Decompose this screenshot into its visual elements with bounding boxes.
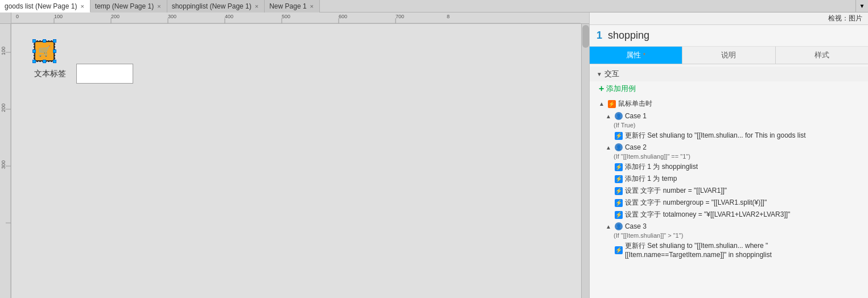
tab-shoppinglist-close[interactable]: × xyxy=(254,3,260,10)
tab-style[interactable]: 样式 xyxy=(776,47,868,64)
tab-temp-close[interactable]: × xyxy=(156,3,162,10)
tab-properties[interactable]: 属性 * xyxy=(590,47,682,64)
case-2-action-1-text: 添加行 1 为 shoppinglist xyxy=(625,162,698,172)
widget-icon-wrapper[interactable]: 🛒 xyxy=(34,41,55,61)
tab-temp-label: temp (New Page 1) xyxy=(95,2,154,10)
case-3-header[interactable]: ▲ 👤 Case 3 xyxy=(599,221,868,232)
case-1-action-1[interactable]: ⚡ 更新行 Set shuliang to "[[Item.shulian...… xyxy=(599,130,868,142)
handle-bc[interactable] xyxy=(43,60,46,63)
case-2-action-4-text: 设置 文字于 numbergroup = "[[LVAR1.split(¥)]]… xyxy=(625,198,767,208)
right-panel: 检视：图片 1 shopping 属性 * 说明 样式 ▼ 交互 xyxy=(589,13,868,298)
ruler-v-200: 200 xyxy=(1,104,6,112)
ruler-tick-400: 400 xyxy=(225,14,233,19)
case-2-action-5[interactable]: ⚡ 设置 文字于 totalmoney = "¥[[LVAR1+LVAR2+LV… xyxy=(599,209,868,221)
case-2-action-1[interactable]: ⚡ 添加行 1 为 shoppinglist xyxy=(599,161,868,173)
ruler-tick-200: 200 xyxy=(111,14,120,19)
tab-goods-list-close[interactable]: × xyxy=(79,3,85,10)
canvas-area: 0 100 200 300 400 500 600 700 8 xyxy=(0,13,589,298)
action-icon-2-1: ⚡ xyxy=(615,163,623,171)
widget-container[interactable]: 🛒 xyxy=(34,41,133,84)
ruler-tick-300: 300 xyxy=(168,14,176,19)
handle-tl[interactable] xyxy=(32,39,36,43)
case-2-icon-symbol: 👤 xyxy=(616,145,622,150)
handle-tc[interactable] xyxy=(43,39,46,43)
handle-tr[interactable] xyxy=(53,39,56,43)
case-2-label: Case 2 xyxy=(625,143,647,151)
tab-description-label: 说明 xyxy=(721,51,736,59)
page-name: shopping xyxy=(608,30,649,42)
canvas-content[interactable]: 🛒 xyxy=(11,24,581,298)
scrollbar-thumb[interactable] xyxy=(582,25,589,48)
tab-bar: goods list (New Page 1) × temp (New Page… xyxy=(0,0,868,13)
page-number: 1 xyxy=(597,30,602,42)
event-icon: ⚡ xyxy=(608,100,616,108)
widget-text-label: 文本标签 xyxy=(34,69,66,79)
ruler-tick-0: 0 xyxy=(16,14,19,19)
add-example-label: 添加用例 xyxy=(606,84,636,94)
tab-goods-list[interactable]: goods list (New Page 1) × xyxy=(0,0,90,13)
ruler-tick-600: 600 xyxy=(339,14,347,19)
action-icon-3-1: ⚡ xyxy=(615,246,623,254)
tab-shoppinglist[interactable]: shoppinglist (New Page 1) × xyxy=(167,0,265,13)
tab-properties-asterisk: * xyxy=(643,52,645,59)
case-3-condition: (If "[[Item.shulian]]" > "1") xyxy=(599,232,868,240)
panel-header-label: 检视：图片 xyxy=(828,14,862,23)
ruler-tick-700: 700 xyxy=(396,14,404,19)
action-icon-symbol-1: ⚡ xyxy=(615,133,622,139)
case-2-action-2-text: 添加行 1 为 temp xyxy=(625,174,677,184)
case-2-action-3[interactable]: ⚡ 设置 文字于 number = "[[LVAR1]]" xyxy=(599,185,868,197)
tab-properties-label: 属性 xyxy=(626,51,641,59)
case-2-action-3-text: 设置 文字于 number = "[[LVAR1]]" xyxy=(625,186,727,196)
handle-ml[interactable] xyxy=(32,49,36,53)
property-tabs: 属性 * 说明 样式 xyxy=(590,47,868,64)
add-example-button[interactable]: + 添加用例 xyxy=(590,81,868,96)
tab-dropdown-button[interactable]: ▼ xyxy=(855,0,868,12)
case-3: ▲ 👤 Case 3 (If "[[Item.shulian]]" > "1")… xyxy=(599,221,868,260)
case-2-action-4[interactable]: ⚡ 设置 文字于 numbergroup = "[[LVAR1.split(¥)… xyxy=(599,197,868,209)
section-interaction-title: 交互 xyxy=(604,69,619,79)
tab-new-page-1[interactable]: New Page 1 × xyxy=(265,0,320,13)
widget-placeholder[interactable] xyxy=(76,64,133,84)
case-3-action-1[interactable]: ⚡ 更新行 Set shuliang to "[[Item.shulian...… xyxy=(599,240,868,260)
section-interaction-toggle[interactable]: ▼ xyxy=(597,71,602,77)
cart-icon: 🛒 xyxy=(38,45,51,57)
add-icon: + xyxy=(599,84,604,94)
ruler-ticks-svg xyxy=(11,13,589,23)
case-3-label: Case 3 xyxy=(625,222,647,230)
event-toggle[interactable]: ▲ xyxy=(599,101,604,107)
handle-mr[interactable] xyxy=(53,49,56,53)
event-icon-symbol: ⚡ xyxy=(608,101,615,107)
handle-br[interactable] xyxy=(53,60,56,63)
event-label: 鼠标单击时 xyxy=(618,99,652,109)
case-3-condition-text: (If "[[Item.shulian]]" > "1") xyxy=(614,232,683,239)
case-1-condition-text: (If True) xyxy=(614,122,636,129)
case-group: ▲ 👤 Case 1 (If True) ⚡ xyxy=(599,110,868,260)
case-1-icon-symbol: 👤 xyxy=(616,114,622,119)
tab-description[interactable]: 说明 xyxy=(682,47,775,64)
case-2-header[interactable]: ▲ 👤 Case 2 xyxy=(599,142,868,153)
ruler-v-100: 100 xyxy=(1,47,6,55)
case-3-action-1-text: 更新行 Set shuliang to "[[Item.shulian... w… xyxy=(625,241,861,259)
tab-temp[interactable]: temp (New Page 1) × xyxy=(90,0,167,13)
case-1-condition: (If True) xyxy=(599,122,868,130)
tab-new-page-1-close[interactable]: × xyxy=(309,3,315,10)
ruler-tick-800: 8 xyxy=(447,14,450,19)
handle-bl[interactable] xyxy=(32,60,36,63)
canvas-body: 100 200 300 🛒 xyxy=(0,24,589,298)
case-1-header[interactable]: ▲ 👤 Case 1 xyxy=(599,110,868,122)
case-2-action-2[interactable]: ⚡ 添加行 1 为 temp xyxy=(599,173,868,185)
action-icon-1: ⚡ xyxy=(615,132,623,140)
case-1-label: Case 1 xyxy=(625,112,647,120)
scrollbar-vertical[interactable] xyxy=(581,24,589,298)
widget-icon[interactable]: 🛒 xyxy=(34,41,55,61)
widget-row: 文本标签 xyxy=(34,64,133,84)
main-area: 0 100 200 300 400 500 600 700 8 xyxy=(0,13,868,298)
prop-content[interactable]: ▼ 交互 + 添加用例 ▲ ⚡ 鼠标单击时 xyxy=(590,64,868,298)
case-2-toggle[interactable]: ▲ xyxy=(606,144,611,151)
action-icon-2-3: ⚡ xyxy=(615,187,623,195)
case-3-toggle[interactable]: ▲ xyxy=(606,224,611,230)
case-2: ▲ 👤 Case 2 (If "[[Item.shuliang]]" == "1… xyxy=(599,142,868,221)
case-1-toggle[interactable]: ▲ xyxy=(606,113,611,119)
event-header[interactable]: ▲ ⚡ 鼠标单击时 xyxy=(590,97,868,110)
case-3-icon-symbol: 👤 xyxy=(616,224,622,229)
